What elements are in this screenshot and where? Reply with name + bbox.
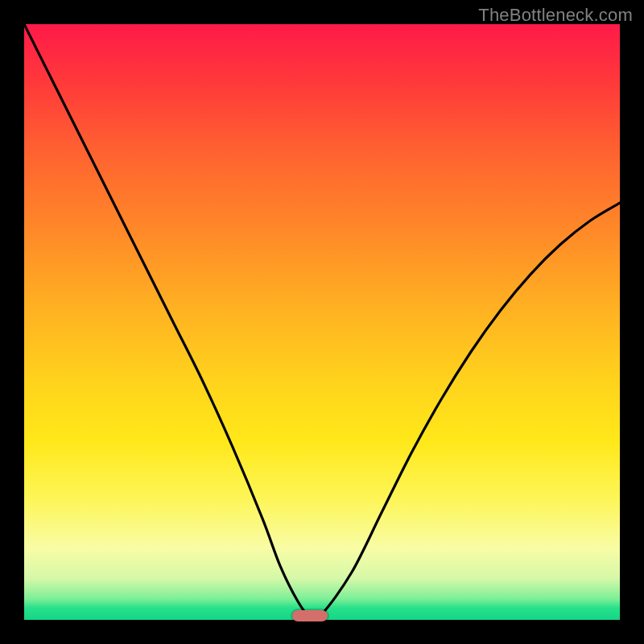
minimum-marker	[292, 610, 328, 621]
chart-frame: TheBottleneck.com	[0, 0, 644, 644]
watermark-text: TheBottleneck.com	[478, 5, 633, 26]
curve-svg	[24, 24, 620, 620]
plot-area	[24, 24, 620, 620]
bottleneck-curve-path	[24, 24, 620, 619]
